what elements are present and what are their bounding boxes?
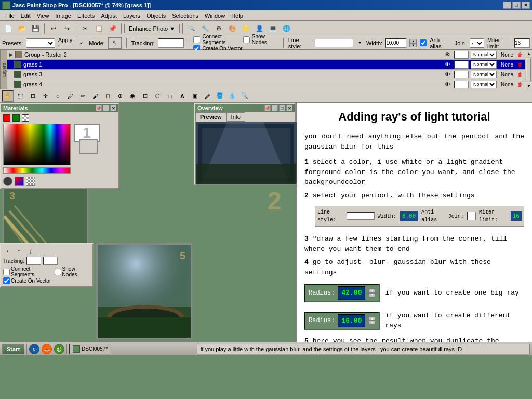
miter-input[interactable]: 16 <box>514 38 530 48</box>
ov-minimize[interactable]: _ <box>272 105 278 111</box>
open-btn[interactable]: 📂 <box>16 22 28 35</box>
sub-connect-check[interactable] <box>3 269 10 275</box>
vector-tool[interactable]: ▣ <box>189 90 201 102</box>
new-btn[interactable]: 📄 <box>2 22 15 35</box>
color-circle-btn[interactable] <box>3 177 12 186</box>
layer-vis-group[interactable]: 👁 <box>443 50 452 59</box>
browser-icon3[interactable]: @ <box>54 344 64 354</box>
radius-down-42[interactable]: ▼ <box>368 293 376 297</box>
zoom-tool[interactable]: 🔍 <box>239 90 250 102</box>
layer-blend-grass3[interactable]: Normal <box>471 71 497 78</box>
menu-layers[interactable]: Layers <box>120 11 143 20</box>
join-select[interactable]: ⌐ <box>470 38 484 48</box>
layer-vis-grass4[interactable]: 👁 <box>443 80 452 88</box>
layer-row-grass1[interactable]: grass 1 👁 100 Normal None 🗑 <box>7 60 525 70</box>
line-style-dropdown[interactable]: ▼ <box>356 37 363 49</box>
layer-del-grass3[interactable]: 🗑 <box>517 72 523 77</box>
layer-del-grass4[interactable]: 🗑 <box>517 82 523 87</box>
layer-opacity-grass1[interactable]: 100 <box>454 61 469 69</box>
pencil-tool[interactable]: ✏ <box>77 90 88 102</box>
width-spinner[interactable]: ▲ ▼ <box>409 39 417 47</box>
layer-vis-grass3[interactable]: 👁 <box>443 70 452 78</box>
layer-opacity-grass3[interactable]: 100 <box>454 71 469 78</box>
start-button[interactable]: Start <box>2 344 24 354</box>
menu-view[interactable]: View <box>34 11 52 20</box>
pen-line-btn3[interactable]: ∫ <box>26 246 35 256</box>
mat-pin[interactable]: 📌 <box>96 105 102 111</box>
color-gradient[interactable] <box>3 124 71 165</box>
menu-window[interactable]: Window <box>202 11 228 20</box>
width-up[interactable]: ▲ <box>409 39 417 43</box>
menu-help[interactable]: Help <box>228 11 246 20</box>
undo-btn[interactable]: ↩ <box>47 22 60 35</box>
scroll-thumb[interactable] <box>526 58 531 81</box>
ov-pin[interactable]: 📌 <box>264 105 271 111</box>
layer-expand[interactable]: ▶ <box>9 52 13 57</box>
minimize-btn[interactable]: _ <box>503 2 511 9</box>
lasso-tool[interactable]: ○ <box>52 90 63 102</box>
firefox-icon[interactable]: 🦊 <box>42 344 52 354</box>
tool5[interactable]: 🌟 <box>240 22 252 35</box>
layer-row-grass3[interactable]: grass 3 👁 100 Normal None 🗑 <box>7 70 525 79</box>
sub-tracking-input1[interactable] <box>26 257 41 265</box>
tool4[interactable]: 🎨 <box>226 22 238 35</box>
scroll-down-btn[interactable]: ▼ <box>525 82 532 89</box>
pen-tool[interactable]: 🖉 <box>202 90 213 102</box>
width-input[interactable]: 10.00 <box>385 38 406 48</box>
tool8[interactable]: 🌐 <box>280 22 292 35</box>
radius-spinner-42[interactable]: ▲ ▼ <box>368 289 376 297</box>
menu-adjust[interactable]: Adjust <box>98 11 120 20</box>
pen-line-btn1[interactable]: / <box>3 246 12 256</box>
checker-swatch[interactable] <box>22 114 29 122</box>
menu-image[interactable]: Image <box>52 11 74 20</box>
scroll-up-btn[interactable]: ▲ <box>525 50 532 57</box>
brush-tool[interactable]: 🖌 <box>89 90 101 102</box>
tool7[interactable]: 💻 <box>267 22 279 35</box>
deform-tool[interactable]: ⬡ <box>152 90 163 102</box>
move-tool[interactable]: ✛ <box>39 90 51 102</box>
red-swatch[interactable] <box>3 114 10 122</box>
width-down[interactable]: ▼ <box>409 43 417 47</box>
restore-btn[interactable]: □ <box>512 2 521 9</box>
line-style-selector[interactable] <box>315 39 353 47</box>
layer-blend-grass4[interactable]: Normal <box>471 81 497 88</box>
hand-tool[interactable]: ✋ <box>2 90 14 102</box>
crop-tool[interactable]: ⊡ <box>27 90 38 102</box>
connect-segments-check[interactable] <box>193 36 200 43</box>
color-bar[interactable] <box>3 167 71 174</box>
layers-scrollbar[interactable]: ▲ ▼ <box>525 50 532 89</box>
layer-blend-grass1[interactable]: Normal <box>471 61 497 69</box>
close-btn[interactable]: ✕ <box>522 2 530 9</box>
marquee-tool[interactable]: ⬚ <box>15 90 26 102</box>
pen-line-btn2[interactable]: ~ <box>15 246 24 256</box>
menu-edit[interactable]: Edit <box>18 11 34 20</box>
tool6[interactable]: 👤 <box>253 22 265 35</box>
ov-close[interactable]: ✕ <box>286 105 292 111</box>
menu-objects[interactable]: Objects <box>143 11 169 20</box>
radius-spinner-16[interactable]: ▲ ▼ <box>368 316 376 325</box>
ov-maximize[interactable]: □ <box>279 105 285 111</box>
presets-select[interactable] <box>26 38 55 48</box>
layer-row-group[interactable]: ▶ Group - Raster 2 👁 100 Normal None 🗑 <box>7 50 525 60</box>
paste-btn[interactable]: 📌 <box>106 22 118 35</box>
mat-close[interactable]: ✕ <box>110 105 116 111</box>
copy-btn[interactable]: 📋 <box>92 22 105 35</box>
save-btn[interactable]: 💾 <box>29 22 42 35</box>
layer-del-grass1[interactable]: 🗑 <box>517 62 523 68</box>
retouch-tool[interactable]: ◉ <box>127 90 138 102</box>
green-swatch[interactable] <box>12 114 20 122</box>
menu-file[interactable]: File <box>2 11 18 20</box>
layer-del-group[interactable]: 🗑 <box>517 52 523 58</box>
apply-btn[interactable]: ✓ <box>77 38 86 48</box>
menu-effects[interactable]: Effects <box>74 11 98 20</box>
tracking-input[interactable] <box>158 38 184 48</box>
shapes-tool[interactable]: □ <box>164 90 176 102</box>
sub-create-vector-check[interactable] <box>3 277 10 284</box>
menu-selections[interactable]: Selections <box>169 11 202 20</box>
sub-show-nodes-check[interactable] <box>55 269 61 275</box>
selection-tool[interactable]: ⊞ <box>139 90 151 102</box>
taskbar-app-psp[interactable]: DSCI0057* <box>69 344 111 354</box>
layer-opacity-group[interactable]: 100 <box>454 51 469 59</box>
layer-opacity-grass4[interactable]: 100 <box>454 81 469 88</box>
paint-tool[interactable]: 🖊 <box>64 90 76 102</box>
